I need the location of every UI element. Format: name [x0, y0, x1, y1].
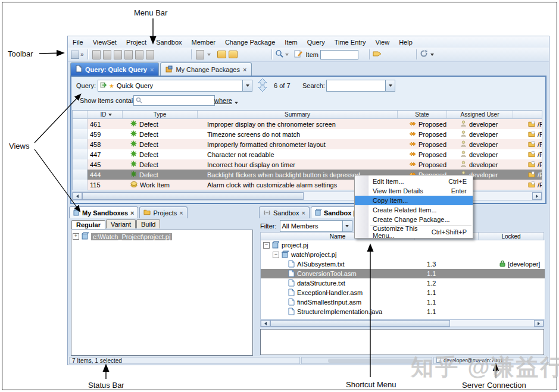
- menu-viewset[interactable]: ViewSet: [88, 36, 121, 48]
- menu-item-edit-item[interactable]: Edit Item...Ctrl+E: [355, 177, 473, 186]
- menu-member[interactable]: Member: [187, 36, 220, 48]
- column-header-state[interactable]: State: [398, 111, 447, 119]
- row-selector[interactable]: [73, 159, 88, 170]
- member-detail-textarea[interactable]: [260, 329, 544, 355]
- menu-help[interactable]: Help: [394, 36, 417, 48]
- menu-sandbox[interactable]: Sandbox: [151, 36, 186, 48]
- sandbox-tree-item[interactable]: + c:\Watch_Project\project.pj: [71, 230, 252, 243]
- prev-next-item-icon[interactable]: [257, 78, 268, 95]
- subtab-build[interactable]: Build: [136, 219, 160, 228]
- filter-combo[interactable]: All Members: [280, 220, 352, 232]
- tab-my-sandboxes[interactable]: My Sandboxes ×: [69, 206, 138, 218]
- refresh-dropdown-icon[interactable]: [430, 54, 434, 56]
- menu-view[interactable]: View: [370, 36, 394, 48]
- tree-row-file[interactable]: findSmallestInput.asm 1.1: [261, 297, 545, 307]
- refresh-view-icon[interactable]: [420, 49, 428, 60]
- tree-row-file[interactable]: dataStructure.txt 1.2: [261, 278, 545, 288]
- edit-document-icon[interactable]: [294, 49, 302, 60]
- expander-icon[interactable]: −: [263, 242, 270, 249]
- subtab-regular[interactable]: Regular: [71, 220, 105, 229]
- query-combo[interactable]: ★ Quick Query: [98, 80, 252, 92]
- menu-item-create-change-package[interactable]: Create Change Package...: [355, 215, 473, 224]
- tab-query-quick-query[interactable]: Query: Quick Query ×: [70, 62, 159, 76]
- tree-row-project[interactable]: − project.pj: [261, 240, 545, 250]
- tree-row-file[interactable]: ExceptionHandler.asm 1.1: [261, 288, 545, 297]
- tab-close-icon[interactable]: ×: [150, 67, 154, 73]
- menu-item-customize-this-menu[interactable]: Customize This Menu...Ctrl+Shift+P: [355, 227, 473, 237]
- column-header-project[interactable]: [513, 111, 542, 119]
- row-selector[interactable]: [73, 129, 88, 140]
- table-row[interactable]: 458 Defect Improperly formatted chronome…: [73, 139, 542, 149]
- row-selector[interactable]: [73, 119, 88, 130]
- scroll-right-icon[interactable]: [534, 320, 544, 327]
- tab-projects[interactable]: Projects ×: [139, 206, 187, 218]
- where-link[interactable]: where: [214, 97, 232, 104]
- query-combo-dropdown[interactable]: [242, 80, 252, 91]
- where-dropdown-icon[interactable]: [235, 102, 238, 104]
- column-header-summary[interactable]: Summary: [198, 111, 398, 119]
- subtab-variant[interactable]: Variant: [106, 219, 136, 228]
- tree-row-file[interactable]: AISubsystem.txt 1.3 [developer]: [261, 259, 545, 269]
- table-row[interactable]: 445 Defect Incorrect hour display on tim…: [73, 159, 542, 170]
- change-package-dropdown-icon[interactable]: [207, 54, 211, 56]
- tab-close-icon[interactable]: ×: [301, 210, 305, 216]
- row-selector[interactable]: [73, 139, 88, 150]
- query-dropdown-icon[interactable]: [285, 54, 289, 56]
- menu-file[interactable]: File: [68, 36, 88, 48]
- table-row[interactable]: 461 Defect Improper display on the chron…: [73, 119, 542, 129]
- view-item-icon[interactable]: [124, 50, 133, 59]
- item-id-input[interactable]: [320, 50, 358, 59]
- tab-close-icon[interactable]: ×: [243, 67, 246, 73]
- row-selector[interactable]: [73, 170, 88, 180]
- table-row[interactable]: 459 Defect Timezone screens do not match…: [73, 129, 542, 139]
- expander-icon[interactable]: +: [73, 233, 79, 240]
- menu-item-copy-item[interactable]: Copy Item...: [355, 196, 473, 205]
- run-query-magnifier-icon[interactable]: [275, 49, 283, 60]
- copy-item-icon[interactable]: [135, 50, 143, 59]
- menu-time-entry[interactable]: Time Entry: [330, 36, 371, 48]
- cell-project: /Projects/Re: [526, 159, 542, 170]
- menu-query[interactable]: Query: [302, 36, 330, 48]
- expander-icon[interactable]: −: [273, 252, 279, 258]
- scroll-right-icon[interactable]: [532, 192, 542, 200]
- member-tree-hscrollbar[interactable]: [260, 319, 544, 327]
- menu-item-create-related-item[interactable]: Create Related Item...: [355, 205, 473, 215]
- toolbar-overflow-chevron[interactable]: »: [80, 51, 84, 58]
- relationships-icon[interactable]: [146, 50, 154, 59]
- tab-close-icon[interactable]: ×: [130, 210, 134, 216]
- menu-project[interactable]: Project: [121, 36, 151, 48]
- viewset-panes-icon[interactable]: [71, 51, 79, 59]
- create-change-package-icon[interactable]: [217, 51, 226, 58]
- column-header-locked[interactable]: Locked: [479, 233, 544, 240]
- open-item-icon[interactable]: [103, 50, 111, 59]
- quick-filter-input[interactable]: [133, 95, 215, 106]
- tab-sandbox-inactive[interactable]: Sandbox ×: [259, 206, 310, 218]
- row-selector[interactable]: [73, 149, 88, 160]
- time-entry-tag-icon[interactable]: [373, 49, 382, 60]
- edit-item-icon[interactable]: [114, 50, 122, 59]
- menu-item[interactable]: Item: [280, 36, 302, 48]
- new-item-icon[interactable]: [92, 50, 101, 59]
- scroll-thumb[interactable]: [270, 320, 450, 327]
- change-package-doc-icon[interactable]: [196, 50, 204, 59]
- table-row[interactable]: 447 Defect Character not readable Propos…: [73, 149, 542, 159]
- menu-change-package[interactable]: Change Package: [220, 36, 280, 48]
- tree-row-file[interactable]: StructureImplementation.java 1.1: [261, 307, 545, 316]
- filter-combo-dropdown[interactable]: [342, 221, 352, 231]
- scroll-thumb[interactable]: [82, 192, 304, 200]
- scroll-left-icon[interactable]: [261, 320, 270, 327]
- menu-item-view-item-details[interactable]: View Item DetailsEnter: [355, 186, 473, 196]
- column-header-id[interactable]: ID: [88, 111, 123, 119]
- tab-my-change-packages[interactable]: My Change Packages ×: [160, 62, 252, 76]
- search-combo[interactable]: [326, 80, 395, 92]
- scroll-left-icon[interactable]: [73, 192, 82, 200]
- row-selector[interactable]: [73, 180, 88, 190]
- cell-type: Defect: [122, 129, 205, 139]
- view-change-package-icon[interactable]: [229, 51, 238, 58]
- search-combo-dropdown[interactable]: [385, 80, 395, 91]
- tree-row-file-selected[interactable]: ConversionTool.asm 1.1: [261, 269, 545, 278]
- tree-row-subproject[interactable]: − watch\project.pj: [261, 250, 545, 259]
- column-header-assigned-user[interactable]: Assigned User: [447, 111, 513, 119]
- tab-close-icon[interactable]: ×: [179, 210, 183, 216]
- column-header-type[interactable]: Type: [123, 111, 198, 119]
